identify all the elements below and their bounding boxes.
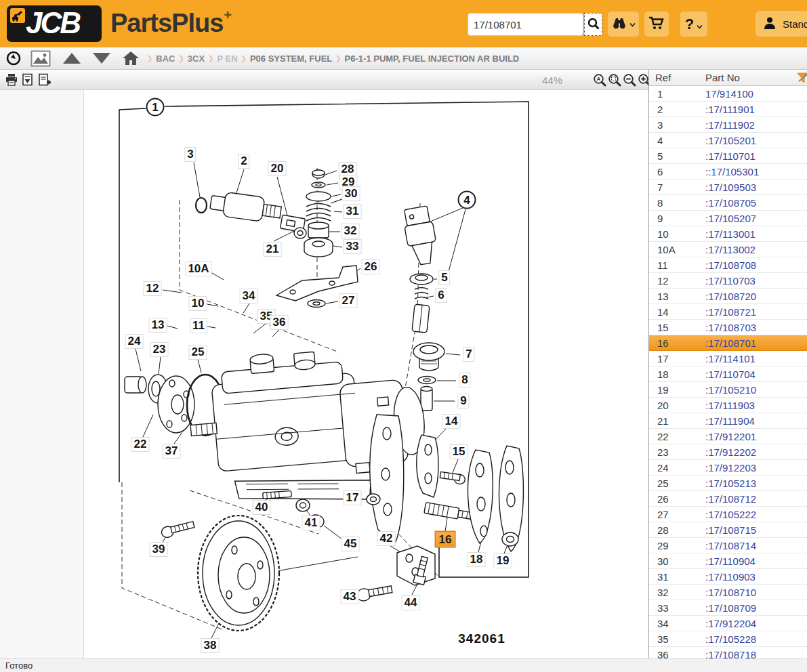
table-row[interactable]: 35:17/105228 [649, 631, 807, 647]
part-no-link[interactable]: :17/108718 [705, 649, 756, 658]
table-row[interactable]: 9:17/105207 [649, 211, 807, 226]
table-row[interactable]: 33:17/108709 [649, 600, 807, 616]
table-row[interactable]: 36:17/108718 [649, 647, 807, 658]
table-row[interactable]: 3:17/111902 [649, 117, 807, 133]
part-no-link[interactable]: :17/111904 [705, 415, 755, 427]
part-no-link[interactable]: :17/110703 [705, 275, 756, 287]
part-no-link[interactable]: ::17/105301 [705, 166, 759, 177]
part-no-link[interactable]: :17/111901 [705, 104, 755, 115]
table-row[interactable]: 29:17/108714 [649, 538, 807, 553]
callout-42[interactable]: 42 [377, 531, 396, 546]
zoom-out-icon[interactable] [622, 72, 637, 87]
callout-20[interactable]: 20 [268, 161, 287, 176]
part-no-link[interactable]: :17/108710 [705, 587, 756, 598]
part-no-link[interactable]: :17/113002 [705, 244, 756, 255]
part-no-link[interactable]: :17/108701 [705, 337, 756, 349]
callout-45[interactable]: 45 [342, 537, 360, 551]
callout-30[interactable]: 30 [342, 186, 360, 201]
search-input[interactable] [468, 13, 583, 36]
part-no-link[interactable]: :17/110904 [705, 555, 756, 567]
part-no-link[interactable]: :17/110701 [705, 150, 756, 162]
callout-31[interactable]: 31 [344, 204, 362, 219]
callout-5[interactable]: 5 [438, 270, 450, 285]
callout-13[interactable]: 13 [149, 318, 167, 333]
part-no-link[interactable]: :17/108721 [705, 306, 756, 318]
callout-18[interactable]: 18 [468, 552, 486, 567]
callout-38[interactable]: 38 [201, 638, 220, 653]
callout-2[interactable]: 2 [238, 154, 249, 169]
zoom-fit-icon[interactable]: A [592, 72, 607, 87]
callout-10[interactable]: 10 [189, 296, 207, 311]
callout-9[interactable]: 9 [457, 394, 469, 408]
part-no-link[interactable]: :17/108714 [705, 540, 756, 551]
callout-15[interactable]: 15 [450, 444, 468, 459]
table-row[interactable]: 2:17/111901 [649, 102, 807, 117]
table-row[interactable]: 10A:17/113002 [649, 242, 807, 257]
callout-10A[interactable]: 10A [185, 261, 211, 276]
table-row[interactable]: 26:17/108712 [649, 491, 807, 507]
home-icon[interactable] [122, 50, 140, 66]
table-row[interactable]: 21:17/111904 [649, 413, 807, 429]
part-no-link[interactable]: :17/108709 [705, 602, 756, 614]
part-no-link[interactable]: :17/111903 [705, 400, 755, 411]
table-row[interactable]: 13:17/108720 [649, 289, 807, 304]
breadcrumb-item[interactable]: BAC [156, 54, 175, 64]
part-no-link[interactable]: :17/912201 [705, 431, 756, 442]
table-row[interactable]: 19:17/105210 [649, 382, 807, 398]
table-row-selected[interactable]: 16:17/108701 [649, 335, 807, 351]
hotspot-mode-icon[interactable] [5, 50, 22, 66]
callout-24[interactable]: 24 [125, 334, 144, 349]
callout-8[interactable]: 8 [459, 373, 470, 387]
part-no-link[interactable]: :17/105201 [705, 135, 756, 146]
table-row[interactable]: 34:17/912204 [649, 616, 807, 631]
table-row[interactable]: 31:17/110903 [649, 569, 807, 585]
callout-26[interactable]: 26 [362, 259, 380, 274]
breadcrumb-item[interactable]: P6-1-1 PUMP, FUEL INJECTION AR BUILD [345, 54, 520, 64]
search-button[interactable] [584, 13, 602, 36]
callout-37[interactable]: 37 [163, 444, 181, 459]
callout-1[interactable]: 1 [146, 98, 165, 117]
callout-17[interactable]: 17 [344, 490, 362, 505]
callout-33[interactable]: 33 [344, 239, 362, 254]
previous-page-icon[interactable] [61, 51, 83, 65]
callout-4[interactable]: 4 [458, 191, 476, 209]
callout-44[interactable]: 44 [402, 595, 420, 610]
part-no-link[interactable]: :17/108715 [705, 524, 756, 536]
table-row[interactable]: 32:17/108710 [649, 585, 807, 600]
part-no-link[interactable]: :17/912203 [705, 462, 756, 474]
part-no-link[interactable]: :17/105213 [705, 478, 756, 489]
part-no-link[interactable]: :17/105222 [705, 509, 756, 520]
selected-callout-16[interactable]: 16 [435, 531, 456, 548]
part-no-link[interactable]: :17/109503 [705, 182, 756, 193]
user-account-button[interactable]: Standalone [756, 11, 807, 37]
callout-12[interactable]: 12 [144, 281, 162, 296]
help-button[interactable]: ? [680, 12, 707, 37]
callout-25[interactable]: 25 [189, 345, 207, 360]
callout-41[interactable]: 41 [302, 516, 320, 530]
find-on-picture-button[interactable] [608, 12, 639, 37]
callout-40[interactable]: 40 [253, 500, 271, 515]
filter-settings-icon[interactable] [795, 70, 807, 87]
part-no-link[interactable]: :17/108705 [705, 197, 756, 209]
callout-27[interactable]: 27 [339, 293, 358, 308]
table-row[interactable]: 5:17/110701 [649, 148, 807, 164]
callout-6[interactable]: 6 [435, 288, 447, 303]
table-row[interactable]: 28:17/108715 [649, 522, 807, 538]
table-row[interactable]: 24:17/912203 [649, 460, 807, 476]
table-row[interactable]: 4:17/105201 [649, 133, 807, 148]
table-row[interactable]: 25:17/105213 [649, 476, 807, 491]
table-row[interactable]: 12:17/110703 [649, 273, 807, 289]
callout-23[interactable]: 23 [150, 342, 169, 357]
callout-7[interactable]: 7 [463, 347, 474, 362]
callout-11[interactable]: 11 [190, 318, 207, 333]
part-no-link[interactable]: :17/105210 [705, 384, 756, 396]
breadcrumb-item[interactable]: P EN [217, 54, 237, 64]
breadcrumb-item[interactable]: P06 SYSTEM, FUEL [250, 54, 332, 64]
part-no-link[interactable]: :17/110903 [705, 571, 756, 583]
part-no-link[interactable]: :17/108708 [705, 259, 756, 271]
table-row[interactable]: 10:17/113001 [649, 226, 807, 242]
part-no-link[interactable]: :17/912204 [705, 618, 756, 629]
breadcrumb-item[interactable]: 3CX [188, 54, 205, 64]
diagram-viewer[interactable] [84, 90, 648, 658]
callout-19[interactable]: 19 [494, 553, 512, 568]
